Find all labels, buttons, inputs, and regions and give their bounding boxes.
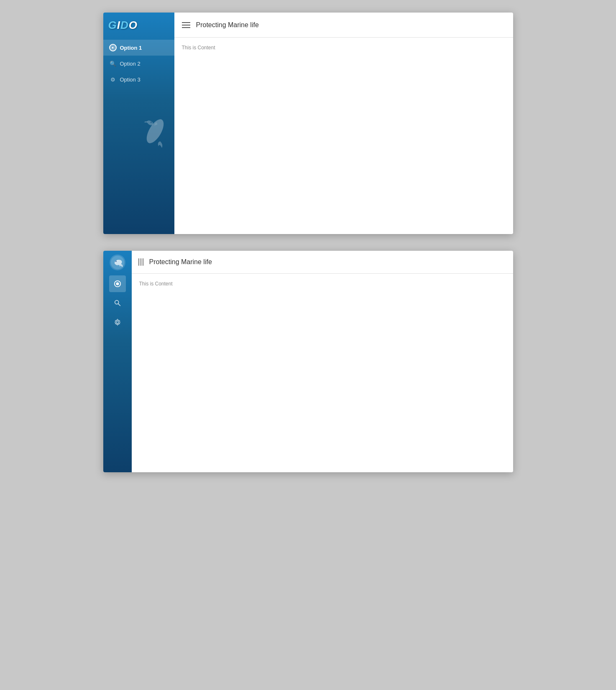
sidebar-toggle-button[interactable] xyxy=(138,258,143,266)
hamburger-button[interactable] xyxy=(182,22,190,28)
dolphin-illustration xyxy=(137,113,170,153)
sidebar-item-option2[interactable]: 🔍 Option 2 xyxy=(103,56,174,71)
search-icon: 🔍 xyxy=(109,60,117,67)
sidebar-item-label: Option 3 xyxy=(120,76,141,83)
content-text-1: This is Content xyxy=(182,45,215,51)
sidebar-nav-collapsed xyxy=(103,275,132,331)
content-area-1: This is Content xyxy=(174,38,513,234)
ocean-art xyxy=(103,109,174,234)
panel-expanded: GIDO ● Option 1 🔍 Option 2 ⚙ Option 3 xyxy=(103,13,513,234)
sidebar-item-label: Option 1 xyxy=(120,45,142,51)
logo: GIDO xyxy=(108,19,138,32)
logo-dolphin-icon xyxy=(110,255,125,270)
content-area-2: This is Content xyxy=(132,274,513,472)
sidebar-item-collapsed-option1[interactable] xyxy=(109,275,126,292)
main-area-1: Protecting Marine life This is Content xyxy=(174,13,513,234)
svg-point-2 xyxy=(150,122,151,123)
sidebar-collapsed xyxy=(103,251,132,472)
logo-icon xyxy=(110,255,125,270)
logo-area-collapsed xyxy=(103,251,132,274)
sidebar-nav: ● Option 1 🔍 Option 2 ⚙ Option 3 xyxy=(103,40,174,87)
panel-collapsed: Protecting Marine life This is Content xyxy=(103,251,513,472)
search-icon-collapsed xyxy=(114,299,121,307)
svg-point-10 xyxy=(116,321,118,323)
svg-point-7 xyxy=(116,282,119,285)
svg-point-0 xyxy=(143,117,167,146)
sidebar-item-collapsed-option2[interactable] xyxy=(109,295,126,311)
main-area-2: Protecting Marine life This is Content xyxy=(132,251,513,472)
nav-icon-option1 xyxy=(114,280,121,288)
circle-icon: ● xyxy=(109,44,117,51)
sidebar-item-collapsed-option3[interactable] xyxy=(109,314,126,331)
gear-icon-collapsed xyxy=(114,318,121,326)
topbar-1: Protecting Marine life xyxy=(174,13,513,38)
topbar-2: Protecting Marine life xyxy=(132,251,513,274)
sidebar-item-option1[interactable]: ● Option 1 xyxy=(103,40,174,56)
sidebar-item-label: Option 2 xyxy=(120,61,141,67)
content-text-2: This is Content xyxy=(139,281,173,287)
gear-icon: ⚙ xyxy=(109,76,117,83)
page-title-2: Protecting Marine life xyxy=(149,258,212,266)
sidebar-item-option3[interactable]: ⚙ Option 3 xyxy=(103,71,174,87)
svg-point-5 xyxy=(115,260,117,262)
page-title-1: Protecting Marine life xyxy=(196,21,259,29)
svg-line-9 xyxy=(118,304,120,306)
sidebar-expanded: GIDO ● Option 1 🔍 Option 2 ⚙ Option 3 xyxy=(103,13,174,234)
logo-area: GIDO xyxy=(103,13,174,38)
